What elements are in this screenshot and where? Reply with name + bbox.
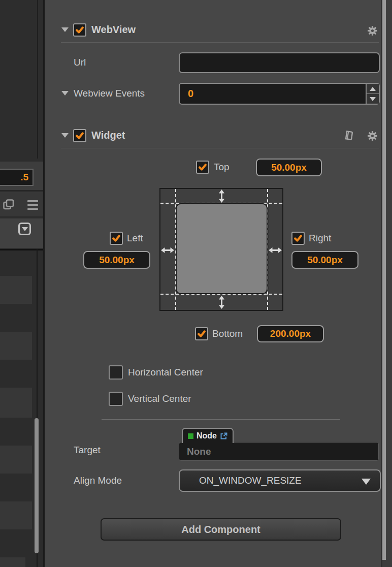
horizontal-center-label: Horizontal Center bbox=[128, 367, 203, 378]
vertical-center-label: Vertical Center bbox=[128, 393, 191, 404]
left-scrollbar-thumb[interactable] bbox=[35, 418, 39, 553]
truncated-number-field[interactable]: .5 bbox=[0, 169, 34, 186]
top-edge-label: Top bbox=[214, 162, 230, 173]
left-edge-value-input[interactable]: 50.00px bbox=[83, 251, 150, 269]
section-divider bbox=[61, 148, 379, 148]
node-type-icon bbox=[188, 433, 193, 439]
inspector-screenshot: .5 WebView Url Webv bbox=[0, 0, 392, 567]
checkmark-icon bbox=[111, 233, 121, 243]
checkmark-icon bbox=[75, 131, 85, 141]
list-item[interactable] bbox=[0, 332, 32, 360]
align-mode-select[interactable]: ON_WINDOW_RESIZE bbox=[179, 469, 381, 492]
add-component-button[interactable]: Add Component bbox=[101, 518, 341, 541]
align-mode-label: Align Mode bbox=[74, 475, 122, 486]
webview-events-count-value: 0 bbox=[180, 84, 379, 104]
resize-arrow-bottom-icon bbox=[218, 296, 225, 309]
horizontal-center-checkbox[interactable] bbox=[109, 365, 123, 380]
target-input[interactable]: None bbox=[179, 442, 379, 461]
bottom-edge-label: Bottom bbox=[212, 328, 243, 339]
top-edge-value-input[interactable]: 50.00px bbox=[256, 159, 322, 176]
widget-section-title: Widget bbox=[91, 130, 125, 141]
align-mode-value: ON_WINDOW_RESIZE bbox=[199, 475, 302, 486]
checkmark-icon bbox=[293, 233, 303, 243]
right-edge-value-input[interactable]: 50.00px bbox=[291, 251, 358, 269]
node-rect bbox=[176, 203, 268, 294]
docs-icon[interactable] bbox=[343, 130, 354, 141]
right-scrollbar-thumb[interactable] bbox=[382, 0, 386, 560]
left-edge-label: Left bbox=[127, 233, 143, 244]
left-edge-checkbox[interactable] bbox=[110, 232, 123, 245]
webview-events-count-input[interactable]: 0 bbox=[179, 83, 380, 105]
dropdown-box-icon[interactable] bbox=[18, 223, 31, 235]
copy-icon[interactable] bbox=[3, 199, 15, 211]
external-link-icon[interactable] bbox=[220, 432, 227, 440]
resize-arrow-left-icon bbox=[161, 246, 174, 254]
number-stepper bbox=[366, 84, 379, 104]
bottom-edge-checkbox[interactable] bbox=[195, 327, 208, 340]
webview-foldout-icon[interactable] bbox=[61, 27, 69, 32]
right-edge-checkbox[interactable] bbox=[291, 232, 305, 245]
webview-events-label: Webview Events bbox=[74, 88, 145, 99]
top-edge-checkbox[interactable] bbox=[196, 161, 209, 174]
node-type-name: Node bbox=[197, 431, 217, 440]
list-item[interactable] bbox=[0, 276, 32, 304]
chevron-down-icon bbox=[362, 479, 371, 485]
right-edge-label: Right bbox=[309, 233, 331, 244]
stepper-down-button[interactable] bbox=[367, 94, 379, 104]
bottom-edge-value-input[interactable]: 200.00px bbox=[257, 325, 324, 342]
checkmark-icon bbox=[198, 162, 208, 172]
checkmark-icon bbox=[197, 329, 207, 339]
gear-icon[interactable] bbox=[367, 131, 378, 141]
resize-arrow-top-icon bbox=[218, 190, 225, 203]
menu-icon[interactable] bbox=[27, 200, 38, 210]
target-label: Target bbox=[74, 445, 101, 456]
left-panel-divider bbox=[37, 0, 38, 159]
list-item[interactable] bbox=[0, 501, 32, 529]
events-foldout-icon[interactable] bbox=[61, 91, 69, 96]
resize-arrow-right-icon bbox=[269, 246, 282, 254]
left-side-panel: .5 bbox=[0, 0, 45, 567]
gear-icon[interactable] bbox=[367, 25, 378, 36]
widget-foldout-icon[interactable] bbox=[61, 133, 69, 138]
right-scrollbar-track[interactable] bbox=[382, 0, 392, 567]
url-label: Url bbox=[74, 57, 86, 68]
sub-divider bbox=[102, 419, 340, 420]
widget-enabled-checkbox[interactable] bbox=[73, 129, 86, 142]
url-input[interactable] bbox=[179, 52, 380, 73]
webview-enabled-checkbox[interactable] bbox=[73, 23, 86, 37]
down-arrow-icon bbox=[370, 97, 376, 101]
list-item[interactable] bbox=[0, 388, 32, 418]
checkmark-icon bbox=[75, 25, 85, 35]
webview-section-title: WebView bbox=[91, 24, 136, 36]
stepper-up-button[interactable] bbox=[367, 84, 379, 94]
node-type-badge: Node bbox=[182, 428, 234, 443]
up-arrow-icon bbox=[370, 87, 376, 91]
section-divider bbox=[61, 42, 379, 43]
list-item[interactable] bbox=[0, 446, 32, 474]
list-item[interactable] bbox=[0, 557, 25, 567]
vertical-center-checkbox[interactable] bbox=[109, 392, 123, 406]
